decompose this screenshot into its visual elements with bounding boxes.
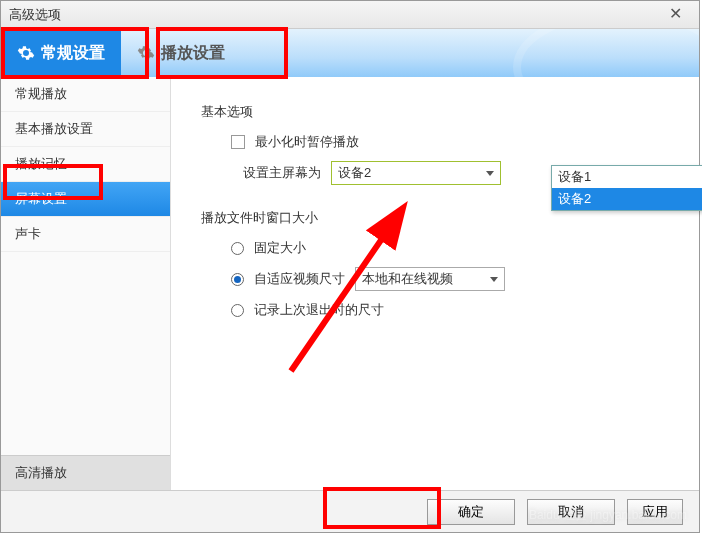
close-button[interactable]: ✕ [655, 3, 695, 23]
tab-general-settings[interactable]: 常规设置 [1, 29, 121, 77]
dialog-window: 高级选项 ✕ 常规设置 播放设置 常规播放 基本播放设置 播放记忆 屏幕设置 声… [0, 0, 700, 533]
watermark: Baidu 经验 jingyan.baidu.com [529, 507, 687, 524]
content-panel: 基本选项 最小化时暂停播放 设置主屏幕为 设备2 播放文件时窗口大小 固定大小 … [171, 77, 699, 490]
record-last-label: 记录上次退出时的尺寸 [254, 301, 384, 319]
tab-playback-settings[interactable]: 播放设置 [121, 29, 241, 77]
ok-button[interactable]: 确定 [427, 499, 515, 525]
main-screen-value: 设备2 [338, 164, 371, 182]
gear-play-icon [137, 44, 155, 62]
record-last-radio[interactable] [231, 304, 244, 317]
tab-label: 播放设置 [161, 43, 225, 64]
sidebar: 常规播放 基本播放设置 播放记忆 屏幕设置 声卡 高清播放 [1, 77, 171, 490]
dropdown-option-device1[interactable]: 设备1 [552, 166, 702, 188]
fixed-size-radio[interactable] [231, 242, 244, 255]
section-window-size: 播放文件时窗口大小 [201, 209, 669, 227]
tabbar: 常规设置 播放设置 [1, 29, 699, 77]
gear-icon [17, 44, 35, 62]
dialog-body: 常规播放 基本播放设置 播放记忆 屏幕设置 声卡 高清播放 基本选项 最小化时暂… [1, 77, 699, 490]
adaptive-radio[interactable] [231, 273, 244, 286]
sidebar-item-hd-playback[interactable]: 高清播放 [1, 455, 170, 490]
window-title: 高级选项 [9, 6, 61, 24]
adaptive-scope-select[interactable]: 本地和在线视频 [355, 267, 505, 291]
sidebar-item-sound-card[interactable]: 声卡 [1, 217, 170, 252]
minimize-pause-label: 最小化时暂停播放 [255, 133, 359, 151]
titlebar: 高级选项 ✕ [1, 1, 699, 29]
main-screen-label: 设置主屏幕为 [201, 164, 321, 182]
sidebar-item-screen-settings[interactable]: 屏幕设置 [1, 182, 170, 217]
chevron-down-icon [490, 277, 498, 282]
section-basic-options: 基本选项 [201, 103, 669, 121]
chevron-down-icon [486, 171, 494, 176]
adaptive-label: 自适应视频尺寸 [254, 270, 345, 288]
main-screen-dropdown: 设备1 设备2 [551, 165, 702, 211]
sidebar-item-basic-playback[interactable]: 基本播放设置 [1, 112, 170, 147]
sidebar-item-playback-memory[interactable]: 播放记忆 [1, 147, 170, 182]
fixed-size-label: 固定大小 [254, 239, 306, 257]
sidebar-item-normal-playback[interactable]: 常规播放 [1, 77, 170, 112]
main-screen-select[interactable]: 设备2 [331, 161, 501, 185]
dropdown-option-device2[interactable]: 设备2 [552, 188, 702, 210]
tab-label: 常规设置 [41, 43, 105, 64]
sidebar-spacer [1, 252, 170, 455]
adaptive-scope-value: 本地和在线视频 [362, 270, 453, 288]
minimize-pause-checkbox[interactable] [231, 135, 245, 149]
